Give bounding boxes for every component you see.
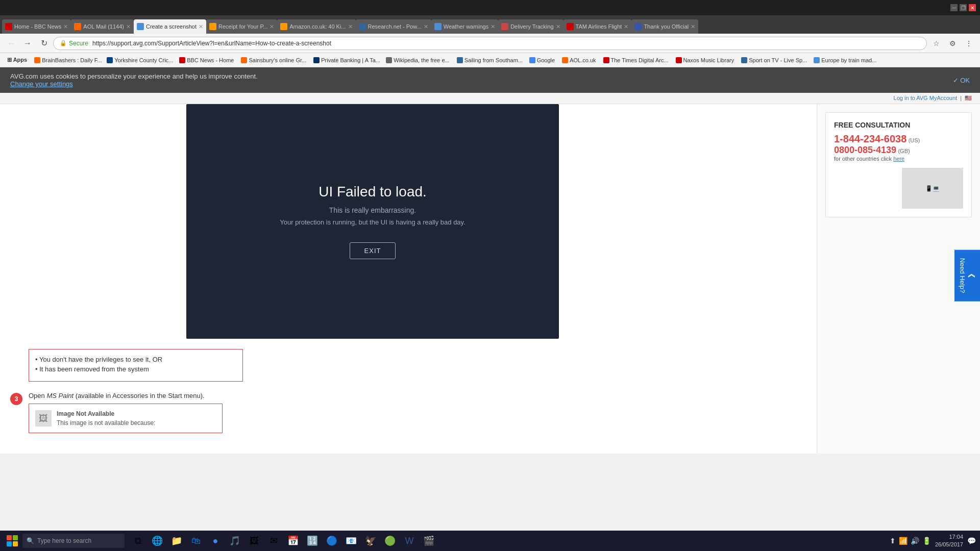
tab-close-delivery[interactable]: ✕ xyxy=(556,23,560,30)
exit-button[interactable]: EXIT xyxy=(350,242,396,259)
taskbar: 🔍 Type here to search ⧉ 🌐 📁 🛍 ● 🎵 🖼 ✉ 📅 … xyxy=(0,531,980,551)
image-not-available-text: Image Not Available This image is not av… xyxy=(57,410,155,427)
bullet-item-1: You don't have the privileges to see it,… xyxy=(35,356,236,363)
login-link[interactable]: Log in to AVG MyAccount xyxy=(894,95,958,102)
taskbar-search[interactable]: 🔍 Type here to search xyxy=(22,534,125,548)
taskbar-apps: ⧉ 🌐 📁 🛍 ● 🎵 🖼 ✉ 📅 🔢 🔵 📧 🦅 🟢 W 🎬 xyxy=(129,532,890,550)
tab-close-aol[interactable]: ✕ xyxy=(126,23,131,30)
forward-button[interactable]: → xyxy=(20,36,35,51)
tab-bbc[interactable]: Home - BBC News ✕ xyxy=(2,19,71,34)
battery-icon[interactable]: 🔋 xyxy=(922,537,931,545)
bookmark-europe[interactable]: Europe by train mad... xyxy=(811,55,879,66)
bookmark-favicon-europe xyxy=(814,57,820,63)
task-view-button[interactable]: ⧉ xyxy=(129,532,147,550)
tab-close-receipt[interactable]: ✕ xyxy=(270,23,274,30)
bookmark-label-naxos: Naxos Music Library xyxy=(683,57,734,63)
bookmark-privatebanking[interactable]: Private Banking | A Ta... xyxy=(310,55,382,66)
bookmark-sporttv[interactable]: Sport on TV - Live Sp... xyxy=(738,55,810,66)
bookmark-sainsburys[interactable]: Sainsbury's online Gr... xyxy=(238,55,309,66)
taskbar-clock: 17:04 26/05/2017 xyxy=(935,533,963,549)
minimize-button[interactable]: ─ xyxy=(950,4,958,11)
tab-research[interactable]: Research.net - Pow... ✕ xyxy=(356,19,431,34)
bookmark-google[interactable]: Google xyxy=(526,55,558,66)
cookie-settings-link[interactable]: Change your settings xyxy=(10,80,73,88)
explorer-button[interactable]: 📁 xyxy=(167,532,186,550)
bookmark-favicon-wikipedia xyxy=(386,57,392,63)
bookmark-favicon-privatebanking xyxy=(313,57,320,63)
tab-screenshot[interactable]: Create a screenshot ✕ xyxy=(134,19,206,34)
bookmark-favicon-sporttv xyxy=(741,57,747,63)
mail-button[interactable]: ✉ xyxy=(264,532,283,550)
calc-button[interactable]: 🔢 xyxy=(303,532,322,550)
volume-icon[interactable]: 🔊 xyxy=(911,537,919,545)
address-bar[interactable]: 🔒 Secure https://support.avg.com/Support… xyxy=(53,37,927,50)
bookmark-brainbashers[interactable]: BrainBashers : Daily F... xyxy=(31,55,103,66)
tab-close-thankyou[interactable]: ✕ xyxy=(691,23,695,30)
consultation-box: FREE CONSULTATION 1-844-234-6038 (US) 08… xyxy=(825,112,972,217)
calendar-button[interactable]: 📅 xyxy=(284,532,302,550)
phone-gb: 0800-085-4139 xyxy=(834,145,896,155)
tab-close-screenshot[interactable]: ✕ xyxy=(199,23,203,30)
extensions-button[interactable]: ⚙ xyxy=(945,36,960,51)
back-button[interactable]: ← xyxy=(4,36,18,51)
win-logo-q2 xyxy=(13,535,18,540)
tab-amazon[interactable]: Amazon.co.uk: 40 Ki... ✕ xyxy=(277,19,355,34)
network-icon[interactable]: 📶 xyxy=(899,537,908,545)
tab-weather[interactable]: Weather warnings ✕ xyxy=(431,19,498,34)
outlook-button[interactable]: 📧 xyxy=(342,532,360,550)
clock-date: 26/05/2017 xyxy=(935,541,963,548)
close-button[interactable]: ✕ xyxy=(969,4,976,11)
cookie-ok-button[interactable]: ✓ OK xyxy=(953,77,970,84)
tab-tam[interactable]: TAM Airlines Flight ✕ xyxy=(564,19,632,34)
reload-button[interactable]: ↻ xyxy=(37,36,51,51)
tab-close-tam[interactable]: ✕ xyxy=(624,23,628,30)
ie-button[interactable]: 🔵 xyxy=(323,532,341,550)
evernote-button[interactable]: 🟢 xyxy=(381,532,399,550)
start-button[interactable] xyxy=(4,533,20,549)
step-3-content: Open MS Paint (available in Accessories … xyxy=(29,392,791,433)
bookmark-label-bbc: BBC News - Home xyxy=(187,57,234,63)
tab-delivery[interactable]: Delivery Tracking ✕ xyxy=(498,19,563,34)
menu-button[interactable]: ⋮ xyxy=(962,36,976,51)
bookmark-apps[interactable]: ⊞ Apps xyxy=(4,55,30,66)
tab-thankyou[interactable]: Thank you Official ✕ xyxy=(631,19,698,34)
action-center-icon[interactable]: 💬 xyxy=(967,537,976,545)
bookmark-yorkshire[interactable]: Yorkshire County Cric... xyxy=(104,55,175,66)
bookmark-favicon-naxos xyxy=(676,57,682,63)
step-3-image-box: 🖼 Image Not Available This image is not … xyxy=(29,404,223,433)
tab-close-amazon[interactable]: ✕ xyxy=(348,23,353,30)
phone-us: 1-844-234-6038 xyxy=(834,133,906,144)
photos-button[interactable]: 🖼 xyxy=(245,532,263,550)
secure-icon: 🔒 xyxy=(60,40,67,46)
tab-receipt[interactable]: Receipt for Your P... ✕ xyxy=(206,19,277,34)
search-placeholder: Type here to search xyxy=(37,537,91,544)
step-3-rest: (available in Accessories in the Start m… xyxy=(76,392,205,399)
here-link[interactable]: here xyxy=(893,156,904,162)
media-button[interactable]: 🎵 xyxy=(226,532,244,550)
chrome-button[interactable]: ● xyxy=(206,532,225,550)
restore-button[interactable]: ❐ xyxy=(960,4,967,11)
tab-favicon-screenshot xyxy=(137,23,144,30)
need-help-button[interactable]: ❮ Need Help? xyxy=(954,250,980,302)
bookmark-naxos[interactable]: Naxos Music Library xyxy=(673,55,738,66)
bookmark-sailing[interactable]: Sailing from Southam... xyxy=(454,55,525,66)
tab-close-research[interactable]: ✕ xyxy=(424,23,428,30)
search-icon: 🔍 xyxy=(27,537,34,544)
word-button[interactable]: W xyxy=(400,532,419,550)
tab-label-delivery: Delivery Tracking xyxy=(510,23,553,30)
store-button[interactable]: 🛍 xyxy=(187,532,205,550)
bookmark-bbc[interactable]: BBC News - Home xyxy=(176,55,237,66)
bookmark-favicon-aol xyxy=(562,57,568,63)
bookmark-aol[interactable]: AOL.co.uk xyxy=(559,55,599,66)
media2-button[interactable]: 🎬 xyxy=(420,532,438,550)
tab-close-bbc[interactable]: ✕ xyxy=(63,23,68,30)
tab-favicon-research xyxy=(359,23,366,30)
show-desktop-icon[interactable]: ⬆ xyxy=(890,537,896,545)
bookmark-button[interactable]: ☆ xyxy=(929,36,943,51)
tab-close-weather[interactable]: ✕ xyxy=(491,23,495,30)
tab-aol[interactable]: AOL Mail (1144) ✕ xyxy=(71,19,134,34)
edge-button[interactable]: 🌐 xyxy=(148,532,166,550)
bookmark-times[interactable]: The Times Digital Arc... xyxy=(600,55,672,66)
thunderbird-button[interactable]: 🦅 xyxy=(361,532,380,550)
bookmark-wikipedia[interactable]: Wikipedia, the free e... xyxy=(383,55,452,66)
